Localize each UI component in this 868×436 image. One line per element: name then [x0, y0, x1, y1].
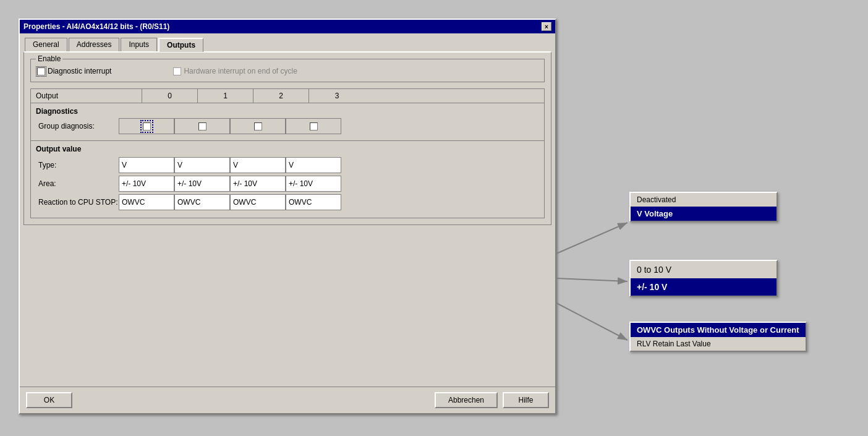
- popup-type-item-deactivated[interactable]: Deactivated: [631, 193, 777, 207]
- area-label: Area:: [38, 179, 119, 188]
- tab-inputs[interactable]: Inputs: [121, 38, 157, 52]
- title-bar: Properties - AI4/AO4x14/12 bits - (R0/S1…: [20, 20, 555, 33]
- diag-checkbox-2[interactable]: [254, 122, 262, 130]
- reaction-cell-3[interactable]: OWVC: [286, 194, 341, 210]
- group-diagnosis-row: Group diagnosis:: [31, 118, 544, 134]
- col-1-header: 1: [198, 89, 253, 103]
- enable-group: Enable Diagnostic interrupt Hardware int…: [30, 59, 545, 82]
- area-cell-0[interactable]: +/- 10V: [119, 176, 174, 192]
- diag-cell-0[interactable]: [119, 118, 174, 134]
- diag-cell-1[interactable]: [174, 118, 230, 134]
- svg-line-3: [556, 303, 628, 340]
- reaction-row: Reaction to CPU STOP: OWVC OWVC OWVC OWV…: [31, 194, 544, 210]
- output-header-col: Output: [31, 89, 142, 103]
- col-0-header: 0: [142, 89, 198, 103]
- reaction-cell-1[interactable]: OWVC: [174, 194, 230, 210]
- svg-line-1: [556, 223, 628, 254]
- popup-area-item-0to10[interactable]: 0 to 10 V: [631, 261, 777, 278]
- area-cells: +/- 10V +/- 10V +/- 10V +/- 10V: [119, 176, 341, 192]
- tab-outputs[interactable]: Outputs: [158, 38, 203, 52]
- output-value-section: Output value Type: V V V V Area: +/- 10V: [30, 140, 545, 218]
- tab-general[interactable]: General: [25, 38, 67, 52]
- tab-addresses[interactable]: Addresses: [69, 38, 120, 52]
- popup-reaction-item-owvc[interactable]: OWVC Outputs Without Voltage or Current: [631, 323, 806, 337]
- tabs-bar: General Addresses Inputs Outputs: [20, 33, 555, 51]
- hardware-interrupt-item: Hardware interrupt on end of cycle: [173, 67, 297, 75]
- diagnostic-interrupt-item: Diagnostic interrupt: [37, 67, 111, 75]
- diagnostics-section-label: Diagnostics: [31, 107, 544, 116]
- svg-line-2: [556, 278, 628, 281]
- reaction-cell-2[interactable]: OWVC: [230, 194, 286, 210]
- col-2-header: 2: [253, 89, 309, 103]
- popup-area: 0 to 10 V +/- 10 V: [629, 260, 778, 297]
- area-cell-1[interactable]: +/- 10V: [174, 176, 230, 192]
- tab-content-outputs: Enable Diagnostic interrupt Hardware int…: [23, 51, 551, 225]
- diag-checkbox-0[interactable]: [143, 122, 151, 130]
- right-buttons: Abbrechen Hilfe: [435, 392, 549, 408]
- type-row: Type: V V V V: [31, 157, 544, 173]
- group-diagnosis-label: Group diagnosis:: [38, 122, 119, 130]
- diagnostic-interrupt-checkbox[interactable]: [37, 67, 45, 75]
- type-cell-2[interactable]: V: [230, 157, 286, 173]
- type-cells: V V V V: [119, 157, 341, 173]
- close-button[interactable]: ×: [542, 22, 551, 31]
- ok-button[interactable]: OK: [26, 392, 72, 408]
- diagnostic-interrupt-label: Diagnostic interrupt: [48, 67, 111, 75]
- enable-group-label: Enable: [36, 54, 62, 63]
- popup-type-item-voltage[interactable]: V Voltage: [631, 207, 777, 221]
- type-cell-1[interactable]: V: [174, 157, 230, 173]
- popup-type: Deactivated V Voltage: [629, 192, 778, 222]
- type-cell-3[interactable]: V: [286, 157, 341, 173]
- diag-cell-3[interactable]: [286, 118, 341, 134]
- hardware-interrupt-checkbox[interactable]: [173, 67, 181, 75]
- type-cell-0[interactable]: V: [119, 157, 174, 173]
- reaction-cell-0[interactable]: OWVC: [119, 194, 174, 210]
- output-value-label: Output value: [31, 145, 544, 153]
- hardware-interrupt-label: Hardware interrupt on end of cycle: [184, 67, 297, 75]
- type-label: Type:: [38, 161, 119, 169]
- col-3-header: 3: [309, 89, 365, 103]
- enable-checkboxes-row: Diagnostic interrupt Hardware interrupt …: [37, 67, 538, 75]
- popup-area-item-pm10[interactable]: +/- 10 V: [631, 278, 777, 296]
- area-cell-3[interactable]: +/- 10V: [286, 176, 341, 192]
- diagnostics-section: Diagnostics Group diagnosis:: [30, 103, 545, 140]
- hilfe-button[interactable]: Hilfe: [503, 392, 549, 408]
- group-diagnosis-cells: [119, 118, 341, 134]
- reaction-label: Reaction to CPU STOP:: [38, 198, 119, 207]
- area-row: Area: +/- 10V +/- 10V +/- 10V +/- 10V: [31, 176, 544, 192]
- popup-reaction-item-rlv[interactable]: RLV Retain Last Value: [631, 337, 806, 351]
- area-cell-2[interactable]: +/- 10V: [230, 176, 286, 192]
- button-bar: OK Abbrechen Hilfe: [20, 387, 555, 413]
- abbrechen-button[interactable]: Abbrechen: [435, 392, 498, 408]
- popup-reaction: OWVC Outputs Without Voltage or Current …: [629, 322, 807, 352]
- diag-checkbox-1[interactable]: [198, 122, 206, 130]
- window-title: Properties - AI4/AO4x14/12 bits - (R0/S1…: [23, 22, 169, 31]
- reaction-cells: OWVC OWVC OWVC OWVC: [119, 194, 341, 210]
- diag-checkbox-3[interactable]: [310, 122, 318, 130]
- output-table-header: Output 0 1 2 3: [30, 88, 545, 103]
- diag-cell-2[interactable]: [230, 118, 286, 134]
- main-window: Properties - AI4/AO4x14/12 bits - (R0/S1…: [19, 19, 556, 414]
